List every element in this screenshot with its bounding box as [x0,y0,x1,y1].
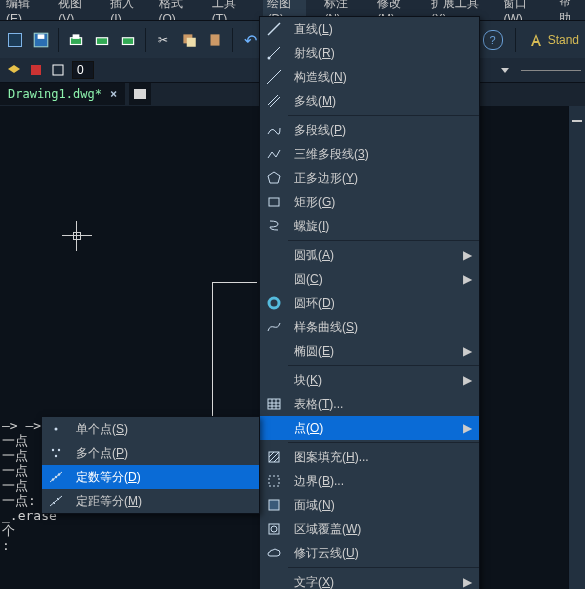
menu-item-label: 矩形(G) [294,194,473,211]
point-submenu: 单个点(S)多个点(P)定数等分(D)定距等分(M) [41,416,260,514]
menu-item[interactable]: 块(K)▶ [260,368,479,392]
submenu-arrow-icon: ▶ [461,373,473,387]
blank-icon [260,339,288,363]
menu-item-label: 正多边形(Y) [294,170,473,187]
svg-point-34 [55,428,58,431]
submenu-arrow-icon: ▶ [461,248,473,262]
document-tabs: Drawing1.dwg* × [0,82,151,106]
dropdown-icon[interactable] [501,68,509,73]
submenu-item[interactable]: 定数等分(D) [42,465,259,489]
menu-item[interactable]: 修订云线(U) [260,541,479,565]
layer-box-icon[interactable] [50,62,66,78]
menu-item[interactable]: 正多边形(Y) [260,166,479,190]
menu-item[interactable]: 圆环(D) [260,291,479,315]
submenu-arrow-icon: ▶ [461,575,473,589]
submenu-arrow-icon: ▶ [461,344,473,358]
print-button[interactable] [67,31,85,49]
blank-icon [260,267,288,291]
menu-item[interactable]: 构造线(N) [260,65,479,89]
submenu-item[interactable]: 单个点(S) [42,417,259,441]
submenu-item-label: 单个点(S) [76,421,253,438]
standard-style[interactable]: Stand [528,32,579,48]
svg-point-37 [55,455,57,457]
draw-menu: 直线(L)射线(R)构造线(N)多线(M)多段线(P)三维多段线(3)正多边形(… [259,16,480,589]
blank-icon [260,416,288,440]
bnd-icon [260,469,288,493]
xline-icon [260,65,288,89]
menu-item[interactable]: 文字(X)▶ [260,570,479,589]
menu-item[interactable]: 区域覆盖(W) [260,517,479,541]
blank-icon [260,570,288,589]
svg-point-39 [52,478,54,480]
svg-line-13 [269,47,280,58]
layer-state-icon[interactable] [28,62,44,78]
svg-rect-30 [269,476,279,486]
hatch-icon [260,445,288,469]
submenu-item-label: 定距等分(M) [76,493,253,510]
menu-item-label: 表格(T)... [294,396,473,413]
measure-icon [42,489,70,513]
menu-item[interactable]: 三维多段线(3) [260,142,479,166]
svg-point-41 [58,473,60,475]
copy-button[interactable] [180,31,198,49]
submenu-item-label: 定数等分(D) [76,469,253,486]
menu-item-label: 多线(M) [294,93,473,110]
svg-rect-31 [269,500,279,510]
menu-item-label: 直线(L) [294,21,473,38]
menu-item[interactable]: 表格(T)... [260,392,479,416]
menu-item-label: 射线(R) [294,45,473,62]
menu-item[interactable]: 边界(B)... [260,469,479,493]
submenu-item-label: 多个点(P) [76,445,253,462]
a-style-icon [528,32,544,48]
menu-item[interactable]: 直线(L) [260,17,479,41]
save-button[interactable] [32,31,50,49]
svg-rect-10 [31,65,41,75]
submenu-item[interactable]: 多个点(P) [42,441,259,465]
menu-item[interactable]: 样条曲线(S) [260,315,479,339]
pline-icon [260,118,288,142]
menu-item[interactable]: 圆弧(A)▶ [260,243,479,267]
menu-item-label: 圆环(D) [294,295,473,312]
menu-item[interactable]: 圆(C)▶ [260,267,479,291]
submenu-item[interactable]: 定距等分(M) [42,489,259,513]
menu-item-label: 块(K) [294,372,455,389]
menu-item[interactable]: 图案填充(H)... [260,445,479,469]
linetype-preview[interactable] [521,70,581,71]
menu-item-label: 三维多段线(3) [294,146,473,163]
menu-item[interactable]: 射线(R) [260,41,479,65]
menu-item[interactable]: 螺旋(I) [260,214,479,238]
layer-icon[interactable] [6,62,22,78]
svg-line-28 [269,452,279,462]
plot-button[interactable] [119,31,137,49]
spline-icon [260,315,288,339]
drawing-tab[interactable]: Drawing1.dwg* × [0,83,125,105]
ptn-icon [42,441,70,465]
svg-rect-7 [187,38,196,47]
donut-icon [260,291,288,315]
svg-marker-18 [268,172,280,183]
menu-item[interactable]: 椭圆(E)▶ [260,339,479,363]
menu-item-label: 椭圆(E) [294,343,455,360]
paste-button[interactable] [206,31,224,49]
new-tab-button[interactable] [129,83,151,105]
help-button[interactable]: ? [483,30,503,50]
cut-button[interactable]: ✂ [154,31,172,49]
menu-item[interactable]: 点(O)▶ [260,416,479,440]
menu-item-label: 点(O) [294,420,455,437]
menu-item[interactable]: 多线(M) [260,89,479,113]
print-preview-button[interactable] [93,31,111,49]
menu-item[interactable]: 面域(N) [260,493,479,517]
pt1-icon [42,417,70,441]
ray-icon [260,41,288,65]
menu-item[interactable]: 多段线(P) [260,118,479,142]
region-icon [260,493,288,517]
layer-name-field[interactable]: 0 [72,61,94,79]
undo-button[interactable]: ↶ [241,31,259,49]
menu-item-label: 修订云线(U) [294,545,473,562]
divide-icon [42,465,70,489]
menu-item-label: 螺旋(I) [294,218,473,235]
svg-point-14 [268,57,271,60]
new-button[interactable] [6,31,24,49]
menu-item[interactable]: 矩形(G) [260,190,479,214]
close-tab-icon[interactable]: × [110,83,117,105]
